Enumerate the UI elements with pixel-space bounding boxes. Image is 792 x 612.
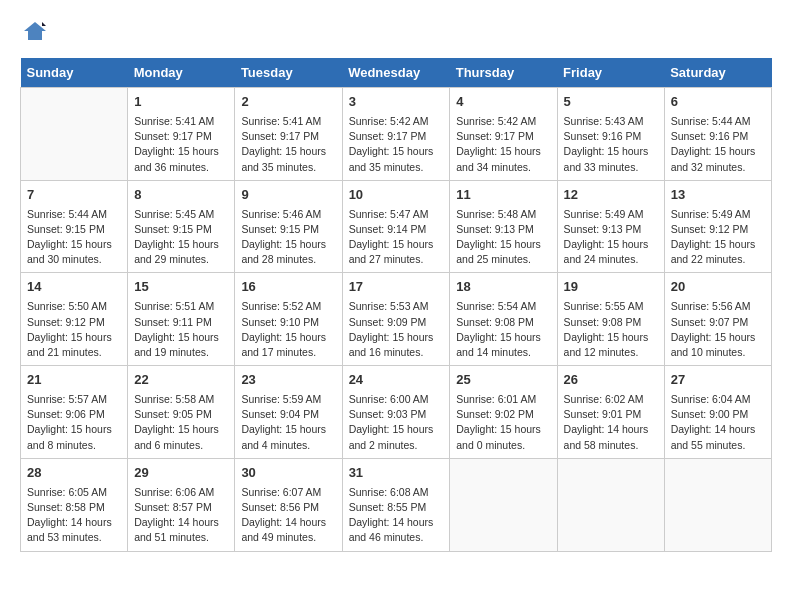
calendar-cell [450,458,557,551]
calendar-cell: 29Sunrise: 6:06 AMSunset: 8:57 PMDayligh… [128,458,235,551]
day-number: 8 [134,186,228,205]
day-info: Sunrise: 6:01 AMSunset: 9:02 PMDaylight:… [456,392,550,453]
day-info: Sunrise: 6:05 AMSunset: 8:58 PMDaylight:… [27,485,121,546]
day-info: Sunrise: 5:49 AMSunset: 9:13 PMDaylight:… [564,207,658,268]
day-number: 29 [134,464,228,483]
day-info: Sunrise: 6:04 AMSunset: 9:00 PMDaylight:… [671,392,765,453]
day-number: 16 [241,278,335,297]
calendar-cell: 7Sunrise: 5:44 AMSunset: 9:15 PMDaylight… [21,180,128,273]
day-info: Sunrise: 5:50 AMSunset: 9:12 PMDaylight:… [27,299,121,360]
day-info: Sunrise: 5:47 AMSunset: 9:14 PMDaylight:… [349,207,444,268]
day-info: Sunrise: 5:58 AMSunset: 9:05 PMDaylight:… [134,392,228,453]
day-number: 1 [134,93,228,112]
weekday-header-monday: Monday [128,58,235,88]
calendar-cell: 26Sunrise: 6:02 AMSunset: 9:01 PMDayligh… [557,366,664,459]
weekday-header-tuesday: Tuesday [235,58,342,88]
day-info: Sunrise: 5:55 AMSunset: 9:08 PMDaylight:… [564,299,658,360]
day-info: Sunrise: 5:54 AMSunset: 9:08 PMDaylight:… [456,299,550,360]
day-info: Sunrise: 6:08 AMSunset: 8:55 PMDaylight:… [349,485,444,546]
calendar-cell: 18Sunrise: 5:54 AMSunset: 9:08 PMDayligh… [450,273,557,366]
day-number: 9 [241,186,335,205]
day-info: Sunrise: 5:42 AMSunset: 9:17 PMDaylight:… [349,114,444,175]
week-row-5: 28Sunrise: 6:05 AMSunset: 8:58 PMDayligh… [21,458,772,551]
calendar-cell [21,88,128,181]
day-number: 28 [27,464,121,483]
calendar-cell: 25Sunrise: 6:01 AMSunset: 9:02 PMDayligh… [450,366,557,459]
day-number: 31 [349,464,444,483]
day-number: 2 [241,93,335,112]
weekday-header-sunday: Sunday [21,58,128,88]
day-number: 3 [349,93,444,112]
day-info: Sunrise: 5:56 AMSunset: 9:07 PMDaylight:… [671,299,765,360]
day-number: 24 [349,371,444,390]
calendar-cell: 16Sunrise: 5:52 AMSunset: 9:10 PMDayligh… [235,273,342,366]
day-number: 21 [27,371,121,390]
calendar-cell: 20Sunrise: 5:56 AMSunset: 9:07 PMDayligh… [664,273,771,366]
calendar-cell: 4Sunrise: 5:42 AMSunset: 9:17 PMDaylight… [450,88,557,181]
day-number: 22 [134,371,228,390]
day-number: 18 [456,278,550,297]
week-row-3: 14Sunrise: 5:50 AMSunset: 9:12 PMDayligh… [21,273,772,366]
calendar-cell: 9Sunrise: 5:46 AMSunset: 9:15 PMDaylight… [235,180,342,273]
day-number: 15 [134,278,228,297]
day-info: Sunrise: 5:49 AMSunset: 9:12 PMDaylight:… [671,207,765,268]
calendar-cell: 12Sunrise: 5:49 AMSunset: 9:13 PMDayligh… [557,180,664,273]
day-number: 13 [671,186,765,205]
day-number: 17 [349,278,444,297]
calendar-cell: 21Sunrise: 5:57 AMSunset: 9:06 PMDayligh… [21,366,128,459]
day-number: 23 [241,371,335,390]
day-number: 5 [564,93,658,112]
calendar-cell: 15Sunrise: 5:51 AMSunset: 9:11 PMDayligh… [128,273,235,366]
day-info: Sunrise: 5:41 AMSunset: 9:17 PMDaylight:… [241,114,335,175]
day-number: 7 [27,186,121,205]
day-info: Sunrise: 6:06 AMSunset: 8:57 PMDaylight:… [134,485,228,546]
week-row-4: 21Sunrise: 5:57 AMSunset: 9:06 PMDayligh… [21,366,772,459]
logo-bird-icon [24,20,46,42]
calendar-cell: 1Sunrise: 5:41 AMSunset: 9:17 PMDaylight… [128,88,235,181]
page-header: General Blue [20,20,772,42]
day-info: Sunrise: 6:00 AMSunset: 9:03 PMDaylight:… [349,392,444,453]
calendar-cell: 17Sunrise: 5:53 AMSunset: 9:09 PMDayligh… [342,273,450,366]
day-info: Sunrise: 5:46 AMSunset: 9:15 PMDaylight:… [241,207,335,268]
day-info: Sunrise: 5:52 AMSunset: 9:10 PMDaylight:… [241,299,335,360]
day-info: Sunrise: 5:51 AMSunset: 9:11 PMDaylight:… [134,299,228,360]
day-info: Sunrise: 5:43 AMSunset: 9:16 PMDaylight:… [564,114,658,175]
day-number: 20 [671,278,765,297]
day-info: Sunrise: 6:02 AMSunset: 9:01 PMDaylight:… [564,392,658,453]
day-number: 11 [456,186,550,205]
day-info: Sunrise: 5:57 AMSunset: 9:06 PMDaylight:… [27,392,121,453]
calendar-cell: 27Sunrise: 6:04 AMSunset: 9:00 PMDayligh… [664,366,771,459]
svg-marker-5 [42,22,46,26]
calendar-cell: 6Sunrise: 5:44 AMSunset: 9:16 PMDaylight… [664,88,771,181]
day-info: Sunrise: 5:48 AMSunset: 9:13 PMDaylight:… [456,207,550,268]
day-number: 12 [564,186,658,205]
calendar-cell: 31Sunrise: 6:08 AMSunset: 8:55 PMDayligh… [342,458,450,551]
day-info: Sunrise: 5:53 AMSunset: 9:09 PMDaylight:… [349,299,444,360]
day-info: Sunrise: 5:41 AMSunset: 9:17 PMDaylight:… [134,114,228,175]
day-number: 19 [564,278,658,297]
calendar-cell: 28Sunrise: 6:05 AMSunset: 8:58 PMDayligh… [21,458,128,551]
day-number: 25 [456,371,550,390]
day-number: 26 [564,371,658,390]
calendar-cell: 13Sunrise: 5:49 AMSunset: 9:12 PMDayligh… [664,180,771,273]
calendar-cell: 8Sunrise: 5:45 AMSunset: 9:15 PMDaylight… [128,180,235,273]
calendar-table: SundayMondayTuesdayWednesdayThursdayFrid… [20,58,772,552]
day-info: Sunrise: 5:45 AMSunset: 9:15 PMDaylight:… [134,207,228,268]
weekday-header-friday: Friday [557,58,664,88]
calendar-cell: 5Sunrise: 5:43 AMSunset: 9:16 PMDaylight… [557,88,664,181]
day-number: 30 [241,464,335,483]
calendar-cell [557,458,664,551]
day-number: 4 [456,93,550,112]
day-info: Sunrise: 5:44 AMSunset: 9:15 PMDaylight:… [27,207,121,268]
calendar-cell [664,458,771,551]
calendar-cell: 2Sunrise: 5:41 AMSunset: 9:17 PMDaylight… [235,88,342,181]
day-number: 6 [671,93,765,112]
week-row-1: 1Sunrise: 5:41 AMSunset: 9:17 PMDaylight… [21,88,772,181]
weekday-header-thursday: Thursday [450,58,557,88]
calendar-cell: 19Sunrise: 5:55 AMSunset: 9:08 PMDayligh… [557,273,664,366]
calendar-cell: 24Sunrise: 6:00 AMSunset: 9:03 PMDayligh… [342,366,450,459]
day-number: 27 [671,371,765,390]
weekday-header-saturday: Saturday [664,58,771,88]
day-number: 14 [27,278,121,297]
calendar-cell: 3Sunrise: 5:42 AMSunset: 9:17 PMDaylight… [342,88,450,181]
